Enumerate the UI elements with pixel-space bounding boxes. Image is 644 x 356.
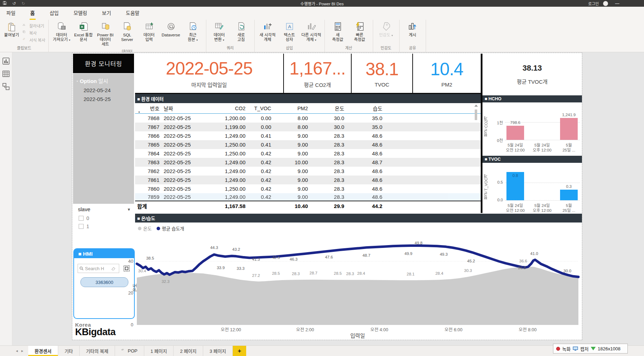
page-tab[interactable]: 2 페이지	[174, 346, 203, 356]
ribbon-button[interactable]: 민감도 ▾	[375, 21, 397, 38]
ribbon-button[interactable]: 새측정값	[327, 21, 349, 43]
gridline	[505, 140, 580, 140]
page-tab[interactable]: 환경센서	[28, 346, 58, 356]
avatar[interactable]	[603, 1, 608, 6]
copy-button[interactable]: 복사	[23, 30, 45, 36]
data-view-icon[interactable]	[2, 70, 10, 78]
kpi-card[interactable]: 10.4PM2	[413, 54, 481, 93]
kpi-card[interactable]: 38.1TVOC	[352, 54, 413, 93]
menu-item-2[interactable]: 홈	[29, 8, 36, 18]
kpi-card[interactable]: 2022-05-25마지막 입력일일	[135, 54, 284, 93]
ribbon-button[interactable]: 최근원본 ▾	[182, 21, 204, 43]
ribbon-button[interactable]: 빠른측정값	[349, 21, 371, 43]
eraser-icon[interactable]	[111, 266, 116, 271]
tab-prev-icon[interactable]: ◂	[16, 349, 18, 353]
table-row-partial[interactable]: 78592022-05-251,249.000.429.0028.348.6	[135, 193, 481, 201]
report-view-icon[interactable]	[2, 57, 10, 65]
table-header-row[interactable]: 번호날짜CO2T_VOCPM2온도습도▼	[135, 103, 481, 114]
bar[interactable]	[560, 118, 578, 140]
ribbon-button[interactable]: SQLServer	[116, 21, 138, 43]
table-scrollbar[interactable]	[474, 105, 478, 203]
add-page-button[interactable]: +	[233, 346, 246, 356]
excel-icon	[79, 22, 88, 31]
x-axis-label: 5월 24일오후 12:00	[529, 203, 555, 213]
ribbon-button[interactable]: Power BI 데이터세트	[95, 21, 116, 47]
hcho-bar-chart[interactable]: ■ HCHO평균 CO2개1천0천798.65월 24일오전 12:005월 2…	[482, 95, 582, 155]
page-tab[interactable]: POP	[115, 346, 144, 356]
scroll-up-icon[interactable]	[474, 105, 478, 107]
ribbon-button[interactable]: Dataverse	[160, 21, 182, 38]
data-label: 48.7	[363, 253, 370, 257]
ribbon-button[interactable]: 다른 시각적개체 ▾	[300, 21, 322, 43]
slave-option[interactable]: 0	[79, 215, 133, 221]
table-row[interactable]: 78602022-05-251,250.000.429.0028.348.6	[135, 184, 481, 193]
scroll-thumb[interactable]	[475, 109, 477, 120]
capture-monitor-icon[interactable]	[573, 346, 578, 351]
paste-button[interactable]: 붙여넣기	[2, 21, 21, 37]
slave-slicer-header[interactable]: slave▼	[75, 204, 133, 213]
ribbon-button[interactable]: 새로고침	[230, 21, 252, 43]
data-label: 46.3	[290, 257, 297, 261]
tvoc-bar-chart[interactable]: ■ TVOC평균 T_VOC개0.50.00.85월 24일오전 12:005월…	[482, 156, 582, 216]
page-tab[interactable]: 기타	[58, 346, 80, 356]
format-brush-button[interactable]: 서식 복사	[23, 37, 45, 43]
login-button[interactable]: 로그인	[588, 1, 599, 6]
slicer-date-option[interactable]: 2022-05-25	[84, 96, 134, 102]
table-row[interactable]: 78672022-05-251,199.000.008.0030.035.0	[135, 123, 481, 131]
menu-bar: 파일홈삽입모델링보기도움말	[0, 7, 644, 20]
checkbox-icon[interactable]	[79, 224, 84, 229]
menu-item-5[interactable]: 보기	[101, 8, 113, 18]
scissors-button[interactable]: 잘라내기	[23, 23, 45, 29]
temp-humidity-chart[interactable]: ■ 온/습도온도평균 습도개온도4020030.432.327.228.528.…	[135, 214, 582, 339]
record-icon[interactable]	[556, 347, 560, 351]
recent-sources-icon	[188, 22, 198, 31]
powerbi-desktop-window: ↺ ↻ 수행평가 - Power BI Des 로그인 — 파일홈삽입모델링보기…	[0, 0, 644, 356]
table-row[interactable]: 78612022-05-251,249.000.429.0028.348.6	[135, 176, 481, 184]
data-label: 36.6	[519, 259, 527, 263]
pbi-dataset-icon	[101, 22, 110, 31]
resolution-dropdown-icon[interactable]	[591, 347, 596, 350]
search-box[interactable]	[78, 264, 119, 273]
ribbon-button[interactable]: 새 시각적개체	[257, 21, 279, 43]
bar[interactable]	[506, 126, 524, 140]
menu-item-6[interactable]: 도움말	[124, 8, 141, 18]
kpi-card-avg-tvoc[interactable]: 38.13 평균 TVOC개	[482, 54, 582, 95]
table-row[interactable]: 78632022-05-251,249.000.4210.0028.348.7	[135, 158, 481, 167]
ribbon-button[interactable]: 데이터변환 ▾	[208, 21, 230, 43]
ribbon-button[interactable]: 데이터가져오기 ▾	[51, 21, 73, 43]
enter-data-icon	[145, 22, 154, 31]
table-row[interactable]: 78652022-05-251,250.000.419.0028.348.6	[135, 140, 481, 149]
format-brush-icon	[23, 37, 28, 42]
page-tab[interactable]: 기타의 복제	[80, 346, 115, 356]
ribbon-group-label: 계산	[327, 44, 371, 52]
ribbon-button[interactable]: A텍스트상자	[279, 21, 300, 43]
table-row[interactable]: 78682022-05-251,200.000.008.0030.035.0	[135, 114, 481, 123]
kpi-card[interactable]: 1,167...평균 CO2개	[284, 54, 352, 93]
ribbon-button[interactable]: 데이터입력	[138, 21, 160, 43]
table-row[interactable]: 78662022-05-251,249.000.419.0028.348.6	[135, 131, 481, 140]
checkbox-icon[interactable]	[79, 216, 84, 221]
menu-item-3[interactable]: 삽입	[48, 8, 60, 18]
table-row[interactable]: 78642022-05-251,250.000.429.0028.348.6	[135, 149, 481, 158]
model-view-icon[interactable]	[2, 83, 10, 90]
hmi-value-button[interactable]: 3363600	[80, 277, 128, 287]
slicer-header: · Option 일시	[73, 73, 134, 84]
dashboard-title[interactable]: 환경 모니터링	[73, 54, 134, 73]
data-label: 43.2	[232, 247, 240, 251]
tab-next-icon[interactable]: ▸	[22, 349, 24, 353]
x-axis-label: 5월 24일오전 12:00	[502, 203, 529, 213]
ribbon-button[interactable]: Excel 통합문서	[73, 21, 95, 43]
dataverse-icon	[166, 22, 176, 31]
slicer-date-option[interactable]: 2022-05-24	[84, 87, 134, 93]
ribbon-group: 데이터변환 ▾새로고침쿼리	[206, 20, 255, 52]
menu-item-4[interactable]: 모델링	[72, 8, 89, 18]
table-row[interactable]: 78622022-05-251,249.000.429.0028.348.6	[135, 167, 481, 176]
page-tab-bar: ◂▸환경센서기타기타의 복제POP1 페이지2 페이지3 페이지+	[0, 345, 644, 356]
search-input[interactable]	[85, 266, 110, 271]
menu-item-1[interactable]: 파일	[5, 8, 17, 18]
ribbon-button[interactable]: 게시	[402, 21, 424, 38]
bar[interactable]	[560, 190, 578, 200]
page-tab[interactable]: 3 페이지	[203, 346, 233, 356]
minimize-button[interactable]: —	[615, 1, 619, 6]
page-tab[interactable]: 1 페이지	[144, 346, 174, 356]
